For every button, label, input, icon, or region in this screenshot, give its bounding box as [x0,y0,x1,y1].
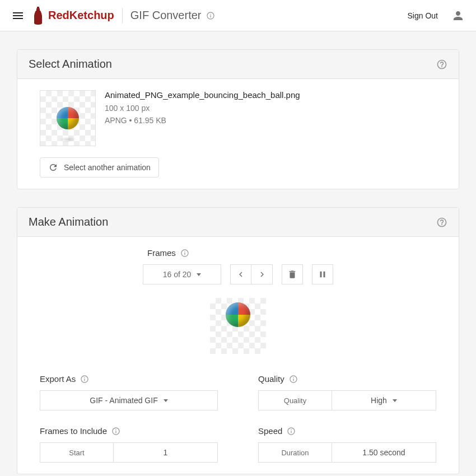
frame-next-button[interactable] [251,264,273,284]
brand-logo[interactable]: RedKetchup [31,6,114,26]
chevron-down-icon [164,399,168,402]
file-format-size: APNG • 61.95 KB [105,114,300,127]
chevron-down-icon [197,273,201,276]
frames-include-value: 1 [164,448,168,457]
speed-label: Speed [258,426,282,436]
export-as-dropdown[interactable]: GIF - Animated GIF [40,390,218,410]
reflection-icon [59,137,76,142]
make-animation-card: Make Animation Frames 16 of 20 [17,207,459,474]
select-another-label: Select another animation [64,163,151,172]
hamburger-icon [11,9,25,22]
frame-pause-button[interactable] [312,264,333,284]
trash-icon [287,269,297,279]
export-as-info-icon[interactable] [80,375,89,384]
speed-input[interactable]: 1.50 second [332,442,436,463]
frames-include-split-label: Start [40,442,114,463]
user-menu-button[interactable] [447,4,469,27]
speed-info-icon[interactable] [287,427,296,436]
quality-split-label: Quality [258,390,332,410]
file-info: Animated_PNG_example_bouncing_beach_ball… [105,90,300,127]
frame-delete-button[interactable] [282,264,303,284]
chevron-left-icon [236,269,246,279]
frames-info-icon[interactable] [180,249,189,258]
chevron-down-icon [393,399,397,402]
select-animation-header: Select Animation [17,50,459,79]
file-dimensions: 100 x 100 px [105,102,300,114]
app-header: RedKetchup GIF Converter Sign Out [0,0,476,31]
file-thumbnail [40,90,96,146]
make-animation-header: Make Animation [17,208,459,237]
beach-ball-icon [57,107,79,129]
frames-label: Frames [147,248,176,258]
refresh-icon [48,162,58,172]
frames-include-label: Frames to Include [40,426,107,436]
frames-include-input[interactable]: 1 [114,442,218,463]
sign-out-link[interactable]: Sign Out [401,7,445,25]
speed-split-label: Duration [258,442,332,463]
header-divider [122,8,123,24]
help-icon[interactable] [436,59,447,70]
quality-label: Quality [258,374,284,384]
quality-value: High [371,396,387,405]
frame-preview [210,298,266,354]
page-info-icon[interactable] [206,11,215,20]
beach-ball-icon [226,302,250,327]
help-icon[interactable] [436,217,447,228]
person-icon [451,9,465,22]
quality-info-icon[interactable] [289,375,298,384]
frame-count-dropdown[interactable]: 16 of 20 [143,264,221,284]
speed-value: 1.50 second [362,448,405,457]
page-title: GIF Converter [130,9,202,22]
frame-count-value: 16 of 20 [163,270,192,279]
frame-prev-button[interactable] [230,264,251,284]
menu-button[interactable] [7,4,29,27]
export-as-label: Export As [40,374,76,384]
frames-include-info-icon[interactable] [111,427,120,436]
export-as-value: GIF - Animated GIF [90,396,157,405]
select-animation-title: Select Animation [29,58,112,71]
select-animation-card: Select Animation Animated_PNG_example_bo… [17,49,459,189]
make-animation-title: Make Animation [29,216,108,228]
chevron-right-icon [257,269,267,279]
brand-name: RedKetchup [48,9,114,22]
quality-dropdown[interactable]: High [332,390,436,410]
select-another-button[interactable]: Select another animation [40,157,159,178]
pause-icon [318,269,328,279]
ketchup-bottle-icon [31,6,45,26]
file-info-row: Animated_PNG_example_bouncing_beach_ball… [40,90,436,146]
file-name: Animated_PNG_example_bouncing_beach_ball… [105,90,300,100]
